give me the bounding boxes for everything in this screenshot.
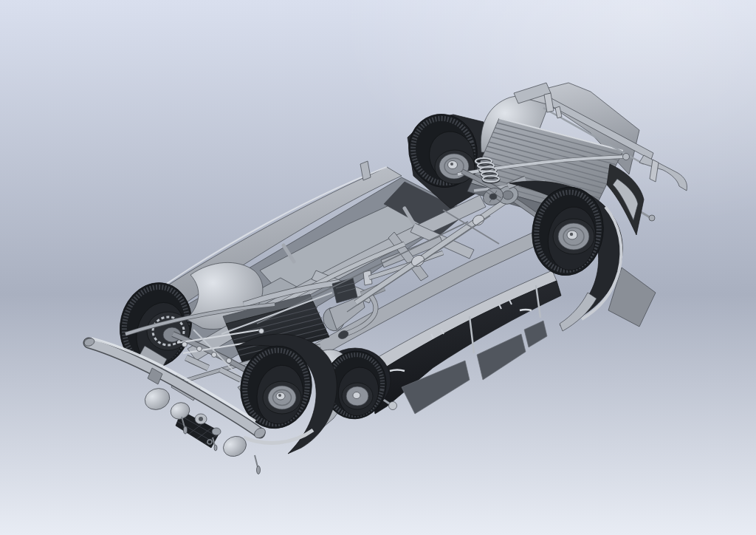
cad-geometry <box>353 392 360 399</box>
cad-geometry <box>503 191 513 200</box>
windshield-post-knob <box>389 402 397 410</box>
cad-geometry <box>214 445 217 451</box>
cad-geometry <box>182 342 188 347</box>
cad-geometry <box>450 163 453 166</box>
cad-geometry <box>649 215 655 221</box>
cad-geometry <box>199 417 203 421</box>
horn <box>212 428 221 435</box>
cad-geometry <box>197 347 202 352</box>
cad-geometry <box>570 233 573 236</box>
cad-viewport-stage <box>0 0 756 535</box>
cad-3d-viewport[interactable] <box>0 0 756 535</box>
cad-geometry <box>259 329 264 334</box>
cad-geometry <box>278 394 281 397</box>
cad-geometry <box>227 358 232 364</box>
cad-geometry <box>489 194 497 200</box>
cad-geometry <box>623 154 630 160</box>
cad-geometry <box>257 466 261 474</box>
cad-geometry <box>212 352 217 358</box>
cad-geometry <box>184 426 188 434</box>
